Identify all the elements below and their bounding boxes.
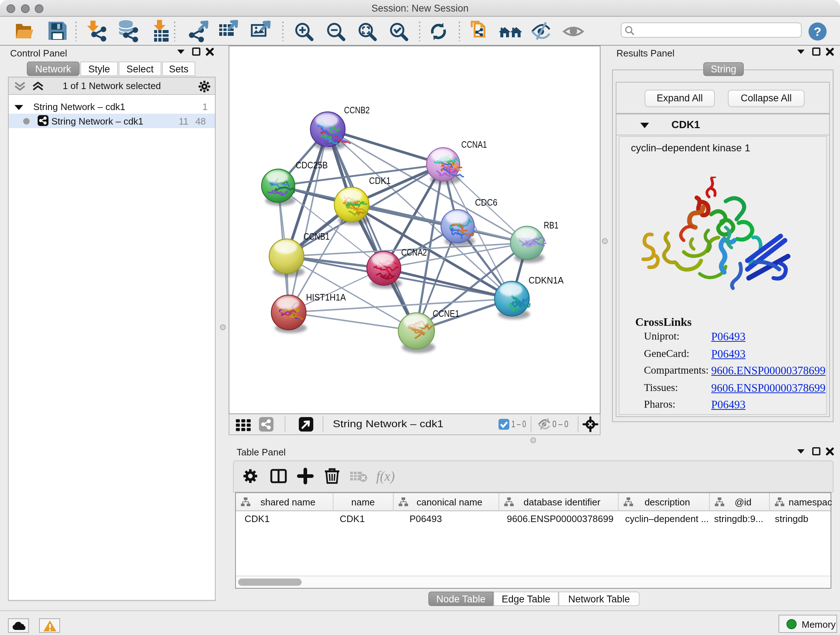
svg-text:CCNA1: CCNA1 [461, 139, 487, 149]
svg-text:CDC6: CDC6 [475, 197, 497, 207]
svg-text:f(x): f(x) [376, 469, 395, 484]
svg-text:CCNA2: CCNA2 [401, 247, 427, 257]
svg-text:?: ? [814, 25, 821, 38]
svg-text:1 – 0: 1 – 0 [512, 418, 526, 429]
svg-text:CCNB1: CCNB1 [303, 231, 330, 241]
svg-text:CCNB2: CCNB2 [344, 105, 370, 115]
svg-text:0 – 0: 0 – 0 [553, 418, 568, 429]
svg-text:CDKN1A: CDKN1A [529, 275, 564, 285]
svg-text:CDK1: CDK1 [369, 175, 391, 185]
svg-text:CCNE1: CCNE1 [433, 308, 459, 318]
svg-text:String Network – cdk1: String Network – cdk1 [333, 418, 444, 429]
svg-text:CDC25B: CDC25B [295, 160, 328, 170]
svg-text:RB1: RB1 [544, 220, 559, 230]
svg-text:HIST1H1A: HIST1H1A [306, 292, 346, 302]
